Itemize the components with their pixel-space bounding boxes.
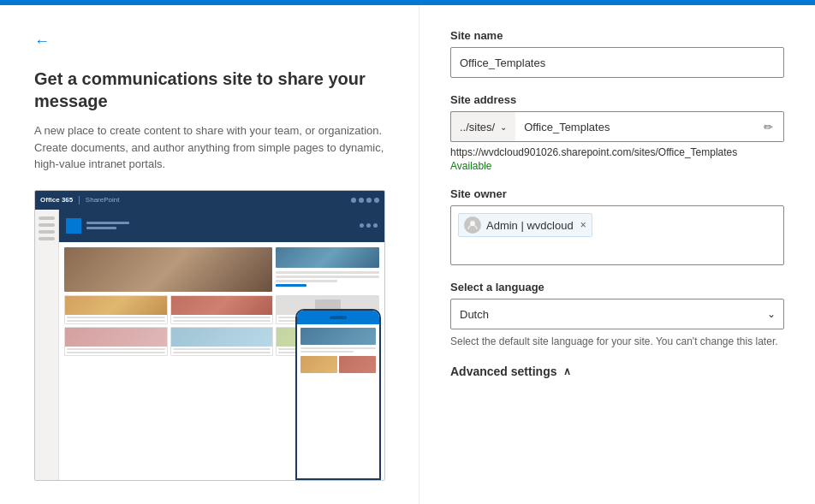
preview-screenshot: Office 365 | SharePoint — [34, 190, 385, 481]
site-owner-label: Site owner — [450, 187, 784, 200]
back-button[interactable]: ← — [34, 33, 50, 50]
content-area: ← Get a communications site to share you… — [0, 5, 815, 504]
language-select-wrapper: Dutch English German French Spanish ⌄ — [450, 299, 784, 329]
owner-tag: Admin | wvdcloud × — [458, 213, 592, 237]
site-address-field: Site address ../sites/ ⌄ ✏ https://wvdcl… — [450, 93, 784, 172]
site-owner-input[interactable]: Admin | wvdcloud × — [450, 205, 784, 265]
site-address-prefix-text: ../sites/ — [460, 121, 495, 133]
page-description: A new place to create content to share w… — [34, 122, 384, 173]
mock-icon-dot — [366, 198, 372, 203]
language-label: Select a language — [450, 281, 784, 294]
mock-browser-icons — [351, 198, 379, 203]
mock-icon-dot — [374, 198, 379, 203]
site-url-text: https://wvdcloud901026.sharepoint.com/si… — [450, 146, 784, 158]
language-select[interactable]: Dutch English German French Spanish — [450, 299, 784, 329]
page-heading: Get a communications site to share your … — [34, 68, 384, 112]
mock-hero — [59, 210, 384, 242]
mock-phone-preview — [295, 309, 381, 480]
advanced-settings-label: Advanced settings — [450, 365, 556, 378]
mock-icon-dot — [351, 198, 356, 203]
advanced-settings-toggle[interactable]: Advanced settings ∧ — [450, 365, 784, 378]
advanced-settings-chevron-icon: ∧ — [563, 365, 571, 377]
site-address-prefix-dropdown[interactable]: ../sites/ ⌄ — [450, 111, 515, 142]
mock-app-name: SharePoint — [86, 196, 120, 204]
right-panel: Site name Site address ../sites/ ⌄ ✏ htt… — [419, 5, 815, 504]
site-address-row: ../sites/ ⌄ ✏ — [450, 111, 784, 142]
back-arrow-icon: ← — [34, 33, 50, 50]
site-address-input[interactable] — [515, 111, 753, 142]
owner-name: Admin | wvdcloud — [486, 219, 574, 232]
language-field: Select a language Dutch English German F… — [450, 281, 784, 349]
mock-icon-dot — [359, 198, 364, 203]
owner-avatar — [464, 216, 481, 234]
site-address-label: Site address — [450, 93, 784, 106]
site-available-status: Available — [450, 160, 784, 172]
site-owner-field: Site owner Admin | wvdcloud × — [450, 187, 784, 265]
site-address-edit-button[interactable]: ✏ — [753, 111, 784, 142]
mock-sidebar — [35, 210, 59, 481]
site-name-field: Site name — [450, 29, 784, 78]
mock-logo: Office 365 — [40, 196, 73, 204]
edit-icon: ✏ — [764, 121, 773, 133]
site-name-label: Site name — [450, 29, 784, 42]
site-address-chevron-icon: ⌄ — [500, 122, 507, 132]
language-note: Select the default site language for you… — [450, 335, 784, 349]
owner-remove-button[interactable]: × — [580, 219, 586, 231]
site-name-input[interactable] — [450, 47, 784, 78]
mock-browser-bar: Office 365 | SharePoint — [35, 191, 384, 210]
left-panel: ← Get a communications site to share you… — [0, 5, 419, 504]
